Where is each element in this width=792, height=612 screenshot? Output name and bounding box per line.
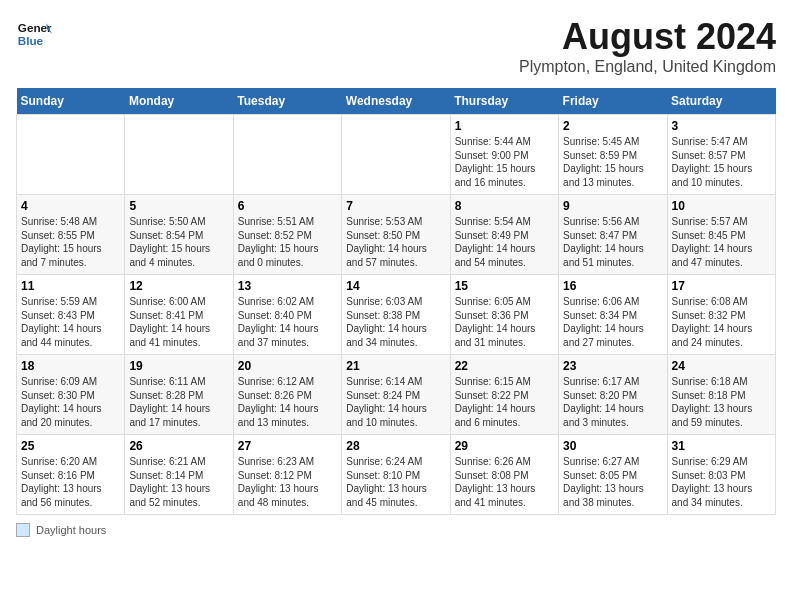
day-info: Sunrise: 5:59 AM Sunset: 8:43 PM Dayligh…: [21, 295, 120, 349]
dow-header-cell: Saturday: [667, 88, 775, 115]
day-number: 6: [238, 199, 337, 213]
day-info: Sunrise: 6:00 AM Sunset: 8:41 PM Dayligh…: [129, 295, 228, 349]
calendar-day-cell: 19Sunrise: 6:11 AM Sunset: 8:28 PM Dayli…: [125, 355, 233, 435]
day-number: 19: [129, 359, 228, 373]
calendar-body: 1Sunrise: 5:44 AM Sunset: 9:00 PM Daylig…: [17, 115, 776, 515]
day-number: 3: [672, 119, 771, 133]
calendar-day-cell: 5Sunrise: 5:50 AM Sunset: 8:54 PM Daylig…: [125, 195, 233, 275]
day-number: 26: [129, 439, 228, 453]
calendar-day-cell: 26Sunrise: 6:21 AM Sunset: 8:14 PM Dayli…: [125, 435, 233, 515]
day-info: Sunrise: 6:26 AM Sunset: 8:08 PM Dayligh…: [455, 455, 554, 509]
day-info: Sunrise: 6:05 AM Sunset: 8:36 PM Dayligh…: [455, 295, 554, 349]
calendar-day-cell: 28Sunrise: 6:24 AM Sunset: 8:10 PM Dayli…: [342, 435, 450, 515]
calendar-day-cell: 11Sunrise: 5:59 AM Sunset: 8:43 PM Dayli…: [17, 275, 125, 355]
day-number: 17: [672, 279, 771, 293]
day-number: 30: [563, 439, 662, 453]
calendar-day-cell: 9Sunrise: 5:56 AM Sunset: 8:47 PM Daylig…: [559, 195, 667, 275]
day-info: Sunrise: 6:11 AM Sunset: 8:28 PM Dayligh…: [129, 375, 228, 429]
day-info: Sunrise: 6:17 AM Sunset: 8:20 PM Dayligh…: [563, 375, 662, 429]
day-number: 1: [455, 119, 554, 133]
calendar-day-cell: 15Sunrise: 6:05 AM Sunset: 8:36 PM Dayli…: [450, 275, 558, 355]
day-info: Sunrise: 6:27 AM Sunset: 8:05 PM Dayligh…: [563, 455, 662, 509]
day-info: Sunrise: 6:06 AM Sunset: 8:34 PM Dayligh…: [563, 295, 662, 349]
calendar-day-cell: 18Sunrise: 6:09 AM Sunset: 8:30 PM Dayli…: [17, 355, 125, 435]
calendar-day-cell: [125, 115, 233, 195]
legend-box: [16, 523, 30, 537]
calendar-day-cell: 22Sunrise: 6:15 AM Sunset: 8:22 PM Dayli…: [450, 355, 558, 435]
day-info: Sunrise: 5:45 AM Sunset: 8:59 PM Dayligh…: [563, 135, 662, 189]
day-info: Sunrise: 6:12 AM Sunset: 8:26 PM Dayligh…: [238, 375, 337, 429]
dow-header-cell: Friday: [559, 88, 667, 115]
day-number: 24: [672, 359, 771, 373]
day-info: Sunrise: 6:23 AM Sunset: 8:12 PM Dayligh…: [238, 455, 337, 509]
calendar-day-cell: 24Sunrise: 6:18 AM Sunset: 8:18 PM Dayli…: [667, 355, 775, 435]
calendar-day-cell: 2Sunrise: 5:45 AM Sunset: 8:59 PM Daylig…: [559, 115, 667, 195]
day-number: 14: [346, 279, 445, 293]
day-info: Sunrise: 6:21 AM Sunset: 8:14 PM Dayligh…: [129, 455, 228, 509]
day-info: Sunrise: 6:03 AM Sunset: 8:38 PM Dayligh…: [346, 295, 445, 349]
calendar-day-cell: 12Sunrise: 6:00 AM Sunset: 8:41 PM Dayli…: [125, 275, 233, 355]
title-section: August 2024 Plympton, England, United Ki…: [519, 16, 776, 76]
calendar-day-cell: 16Sunrise: 6:06 AM Sunset: 8:34 PM Dayli…: [559, 275, 667, 355]
day-number: 20: [238, 359, 337, 373]
day-info: Sunrise: 6:18 AM Sunset: 8:18 PM Dayligh…: [672, 375, 771, 429]
calendar-day-cell: [342, 115, 450, 195]
calendar-day-cell: 8Sunrise: 5:54 AM Sunset: 8:49 PM Daylig…: [450, 195, 558, 275]
day-info: Sunrise: 6:02 AM Sunset: 8:40 PM Dayligh…: [238, 295, 337, 349]
calendar-day-cell: 3Sunrise: 5:47 AM Sunset: 8:57 PM Daylig…: [667, 115, 775, 195]
day-info: Sunrise: 5:56 AM Sunset: 8:47 PM Dayligh…: [563, 215, 662, 269]
dow-header-cell: Monday: [125, 88, 233, 115]
svg-text:Blue: Blue: [18, 34, 44, 47]
day-info: Sunrise: 6:24 AM Sunset: 8:10 PM Dayligh…: [346, 455, 445, 509]
day-of-week-header: SundayMondayTuesdayWednesdayThursdayFrid…: [17, 88, 776, 115]
page-header: General Blue August 2024 Plympton, Engla…: [16, 16, 776, 76]
day-info: Sunrise: 6:20 AM Sunset: 8:16 PM Dayligh…: [21, 455, 120, 509]
day-number: 25: [21, 439, 120, 453]
calendar-day-cell: 21Sunrise: 6:14 AM Sunset: 8:24 PM Dayli…: [342, 355, 450, 435]
legend-label: Daylight hours: [36, 524, 106, 536]
calendar-day-cell: 27Sunrise: 6:23 AM Sunset: 8:12 PM Dayli…: [233, 435, 341, 515]
day-number: 31: [672, 439, 771, 453]
day-number: 11: [21, 279, 120, 293]
calendar-day-cell: [17, 115, 125, 195]
day-info: Sunrise: 6:14 AM Sunset: 8:24 PM Dayligh…: [346, 375, 445, 429]
day-info: Sunrise: 5:54 AM Sunset: 8:49 PM Dayligh…: [455, 215, 554, 269]
calendar-day-cell: 30Sunrise: 6:27 AM Sunset: 8:05 PM Dayli…: [559, 435, 667, 515]
calendar-day-cell: 31Sunrise: 6:29 AM Sunset: 8:03 PM Dayli…: [667, 435, 775, 515]
calendar-table: SundayMondayTuesdayWednesdayThursdayFrid…: [16, 88, 776, 515]
calendar-day-cell: 23Sunrise: 6:17 AM Sunset: 8:20 PM Dayli…: [559, 355, 667, 435]
calendar-day-cell: 17Sunrise: 6:08 AM Sunset: 8:32 PM Dayli…: [667, 275, 775, 355]
day-number: 8: [455, 199, 554, 213]
page-subtitle: Plympton, England, United Kingdom: [519, 58, 776, 76]
calendar-day-cell: 13Sunrise: 6:02 AM Sunset: 8:40 PM Dayli…: [233, 275, 341, 355]
day-number: 16: [563, 279, 662, 293]
day-number: 7: [346, 199, 445, 213]
day-info: Sunrise: 5:57 AM Sunset: 8:45 PM Dayligh…: [672, 215, 771, 269]
day-number: 13: [238, 279, 337, 293]
calendar-day-cell: [233, 115, 341, 195]
logo: General Blue: [16, 16, 52, 52]
dow-header-cell: Thursday: [450, 88, 558, 115]
day-number: 15: [455, 279, 554, 293]
day-number: 22: [455, 359, 554, 373]
day-number: 9: [563, 199, 662, 213]
calendar-day-cell: 4Sunrise: 5:48 AM Sunset: 8:55 PM Daylig…: [17, 195, 125, 275]
day-info: Sunrise: 5:51 AM Sunset: 8:52 PM Dayligh…: [238, 215, 337, 269]
legend: Daylight hours: [16, 523, 776, 537]
day-info: Sunrise: 5:44 AM Sunset: 9:00 PM Dayligh…: [455, 135, 554, 189]
day-number: 4: [21, 199, 120, 213]
calendar-week-row: 25Sunrise: 6:20 AM Sunset: 8:16 PM Dayli…: [17, 435, 776, 515]
day-info: Sunrise: 6:08 AM Sunset: 8:32 PM Dayligh…: [672, 295, 771, 349]
day-info: Sunrise: 6:15 AM Sunset: 8:22 PM Dayligh…: [455, 375, 554, 429]
calendar-day-cell: 1Sunrise: 5:44 AM Sunset: 9:00 PM Daylig…: [450, 115, 558, 195]
calendar-week-row: 11Sunrise: 5:59 AM Sunset: 8:43 PM Dayli…: [17, 275, 776, 355]
day-info: Sunrise: 5:48 AM Sunset: 8:55 PM Dayligh…: [21, 215, 120, 269]
dow-header-cell: Wednesday: [342, 88, 450, 115]
day-number: 5: [129, 199, 228, 213]
calendar-week-row: 1Sunrise: 5:44 AM Sunset: 9:00 PM Daylig…: [17, 115, 776, 195]
day-info: Sunrise: 5:47 AM Sunset: 8:57 PM Dayligh…: [672, 135, 771, 189]
day-info: Sunrise: 6:29 AM Sunset: 8:03 PM Dayligh…: [672, 455, 771, 509]
calendar-day-cell: 29Sunrise: 6:26 AM Sunset: 8:08 PM Dayli…: [450, 435, 558, 515]
calendar-day-cell: 7Sunrise: 5:53 AM Sunset: 8:50 PM Daylig…: [342, 195, 450, 275]
calendar-day-cell: 6Sunrise: 5:51 AM Sunset: 8:52 PM Daylig…: [233, 195, 341, 275]
